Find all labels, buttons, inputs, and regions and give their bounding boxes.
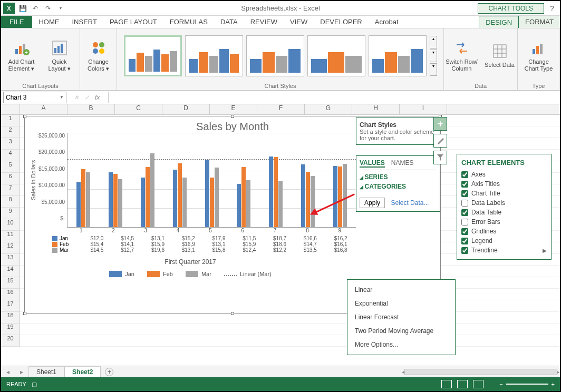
bar-feb[interactable]: [338, 166, 342, 227]
qat-dropdown-icon[interactable]: ▾: [56, 4, 65, 13]
chart-element-legend[interactable]: Legend: [461, 236, 547, 246]
tab-data[interactable]: DATA: [214, 16, 244, 28]
bar-jan[interactable]: [76, 182, 81, 227]
bar-feb[interactable]: [113, 174, 118, 227]
select-data-button[interactable]: Select Data: [483, 43, 517, 68]
view-normal-icon[interactable]: [441, 380, 452, 388]
tab-formulas[interactable]: FORMULAS: [163, 16, 214, 28]
chart-styles-button[interactable]: [433, 134, 447, 148]
row-header[interactable]: 2: [1, 126, 20, 138]
row-header[interactable]: 13: [1, 254, 20, 266]
zoom-in-icon[interactable]: +: [552, 381, 555, 387]
checkbox[interactable]: [461, 228, 468, 235]
bar-jan[interactable]: [333, 166, 337, 227]
tab-design[interactable]: DESIGN: [479, 16, 519, 28]
chart-filters-button[interactable]: [433, 151, 447, 164]
bar-mar[interactable]: [215, 168, 219, 227]
row-header[interactable]: 16: [1, 289, 20, 300]
trendline-more-options[interactable]: More Options...: [347, 338, 455, 351]
trendline-exponential[interactable]: Exponential: [347, 297, 455, 310]
chart-elements-button[interactable]: +: [433, 117, 447, 131]
bar-jan[interactable]: [237, 184, 241, 227]
style-thumb-3[interactable]: [246, 35, 304, 76]
style-thumb-1[interactable]: [124, 35, 182, 76]
trendline-submenu[interactable]: Linear Exponential Linear Forecast Two P…: [347, 279, 456, 355]
chart-legend[interactable]: Jan Feb Mar Linear (Mar): [25, 271, 356, 277]
add-chart-element-button[interactable]: + Add Chart Element ▾: [5, 40, 38, 71]
bar-feb[interactable]: [210, 178, 214, 227]
col-header[interactable]: H: [352, 104, 400, 114]
row-header[interactable]: 9: [1, 208, 20, 219]
view-page-break-icon[interactable]: [473, 380, 483, 388]
formula-input[interactable]: [108, 92, 560, 103]
tab-acrobat[interactable]: Acrobat: [369, 16, 405, 28]
checkbox[interactable]: [461, 247, 468, 254]
bar-jan[interactable]: [141, 178, 145, 227]
filter-series[interactable]: SERIES: [360, 173, 437, 181]
chevron-down-icon[interactable]: ▼: [60, 95, 64, 100]
chart-styles-gallery[interactable]: ▴ ▾ ▾: [124, 31, 437, 81]
add-sheet-button[interactable]: +: [105, 368, 113, 376]
row-header[interactable]: 20: [1, 335, 20, 347]
sheet-tab-sheet2[interactable]: Sheet2: [64, 366, 101, 377]
row-header[interactable]: 10: [1, 219, 20, 231]
change-chart-type-button[interactable]: Change Chart Type: [522, 40, 556, 71]
col-header[interactable]: I: [400, 104, 447, 114]
tab-developer[interactable]: DEVELOPER: [314, 16, 368, 28]
save-icon[interactable]: 💾: [18, 4, 27, 13]
row-header[interactable]: 11: [1, 231, 20, 242]
row-header[interactable]: 7: [1, 184, 20, 196]
bar-mar[interactable]: [150, 153, 154, 227]
row-header[interactable]: 17: [1, 300, 20, 312]
bar-feb[interactable]: [178, 163, 182, 227]
chart-element-data-table[interactable]: Data Table: [461, 208, 547, 217]
row-header[interactable]: 6: [1, 173, 20, 184]
row-header[interactable]: 1: [1, 115, 20, 126]
redo-icon[interactable]: ↷: [43, 4, 53, 13]
zoom-slider[interactable]: − +: [499, 381, 555, 387]
styles-scroll-up-icon[interactable]: ▴: [430, 36, 437, 48]
bar-jan[interactable]: [205, 160, 209, 227]
bar-feb[interactable]: [274, 157, 278, 227]
col-header[interactable]: C: [115, 104, 162, 114]
bar-jan[interactable]: [269, 156, 273, 227]
bar-feb[interactable]: [241, 167, 246, 227]
switch-row-col-button[interactable]: Switch Row/ Column: [445, 40, 479, 71]
checkbox[interactable]: [461, 200, 468, 207]
style-thumb-2[interactable]: [185, 35, 243, 76]
tab-file[interactable]: FILE: [1, 16, 32, 28]
macro-record-icon[interactable]: ▢: [32, 381, 37, 388]
chart-element-chart-title[interactable]: Chart Title: [461, 189, 547, 198]
chart-element-data-labels[interactable]: Data Labels: [461, 198, 547, 208]
bar-mar[interactable]: [278, 181, 283, 227]
tab-names[interactable]: NAMES: [391, 159, 414, 168]
row-header[interactable]: 8: [1, 196, 20, 208]
bar-mar[interactable]: [311, 176, 315, 227]
bar-feb[interactable]: [306, 172, 310, 227]
row-header[interactable]: 15: [1, 277, 20, 289]
bar-jan[interactable]: [301, 164, 305, 227]
apply-button[interactable]: Apply: [360, 198, 385, 208]
horizontal-scrollbar[interactable]: ◂▸: [402, 368, 560, 376]
chart-element-gridlines[interactable]: Gridlines: [461, 227, 547, 236]
checkbox[interactable]: [461, 219, 468, 226]
checkbox[interactable]: [461, 238, 468, 244]
chart-element-axis-titles[interactable]: Axis Titles: [461, 179, 547, 189]
select-data-link[interactable]: Select Data...: [391, 199, 429, 207]
chart-element-axes[interactable]: Axes: [461, 170, 547, 179]
bar-feb[interactable]: [146, 167, 150, 227]
tab-insert[interactable]: INSERT: [65, 16, 103, 28]
style-thumb-4[interactable]: [307, 35, 365, 76]
col-header[interactable]: A: [20, 104, 67, 114]
bar-mar[interactable]: [343, 164, 347, 227]
plot-area[interactable]: [67, 133, 356, 228]
trendline-linear-forecast[interactable]: Linear Forecast: [347, 310, 455, 324]
tab-values[interactable]: VALUES: [360, 159, 385, 168]
x-axis-title[interactable]: First Quarter 2017: [25, 258, 356, 266]
trendline-linear[interactable]: Linear: [347, 283, 455, 297]
bar-mar[interactable]: [86, 172, 90, 227]
col-header[interactable]: B: [67, 104, 115, 114]
bar-mar[interactable]: [118, 179, 122, 227]
chart-elements-flyout[interactable]: CHART ELEMENTS AxesAxis TitlesChart Titl…: [457, 154, 552, 260]
styles-more-icon[interactable]: ▾: [430, 63, 437, 76]
